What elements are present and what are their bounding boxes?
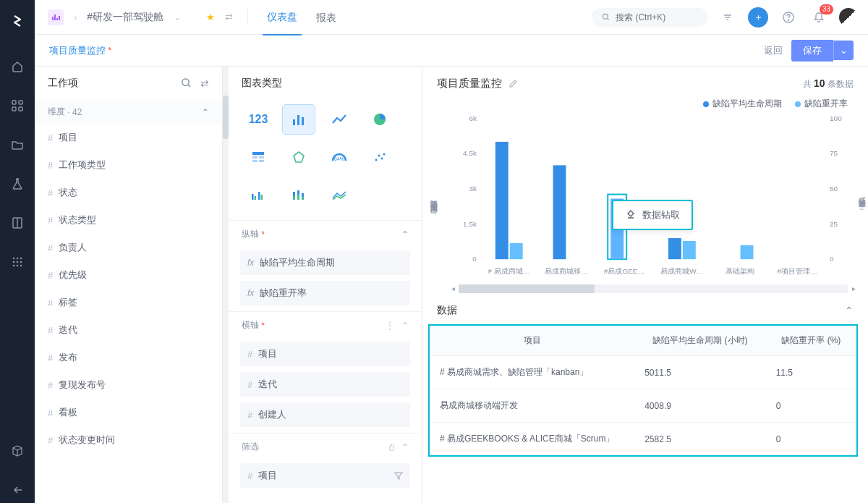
- app-logo[interactable]: [0, 9, 35, 35]
- config-header: 项目质量监控 * 返回 保存⌄: [35, 35, 868, 67]
- svg-text:25: 25: [830, 220, 838, 228]
- chart-type-gauge[interactable]: 64%: [323, 142, 356, 172]
- save-view-icon[interactable]: ⎙: [389, 442, 394, 452]
- breadcrumb-sep: ›: [74, 12, 77, 22]
- hash-icon: #: [247, 410, 252, 420]
- svg-point-11: [20, 261, 22, 263]
- more-icon[interactable]: ⋮: [386, 321, 394, 331]
- breadcrumb-dropdown-icon[interactable]: ⌄: [174, 12, 182, 22]
- star-icon[interactable]: ★: [206, 12, 215, 22]
- search-box[interactable]: [592, 8, 707, 27]
- swap-icon[interactable]: ⇄: [200, 77, 209, 89]
- chart-type-table[interactable]: [242, 142, 275, 172]
- svg-rect-69: [668, 238, 681, 259]
- dimension-item[interactable]: #标签: [35, 289, 222, 316]
- filter-icon[interactable]: [718, 7, 738, 28]
- bar-chart[interactable]: 01.5k3k4.5k6k0255075100# 易成商城…易成商城移…#易成G…: [459, 113, 848, 283]
- swap-icon[interactable]: ⇄: [225, 12, 233, 22]
- nav-cube-icon[interactable]: [0, 438, 35, 464]
- tab-report[interactable]: 报表: [312, 12, 341, 35]
- dot-sep: ·: [65, 107, 72, 117]
- filter-item-1[interactable]: #项目: [240, 463, 410, 488]
- nav-flask-icon[interactable]: [0, 171, 35, 197]
- drill-down-popup[interactable]: 数据钻取: [612, 200, 693, 230]
- search-icon[interactable]: [181, 77, 192, 89]
- dimension-item[interactable]: #优先级: [35, 261, 222, 289]
- dimension-item[interactable]: #状态类型: [35, 206, 222, 234]
- table-row[interactable]: # 易成GEEKBOOKS & ALICE商城「Scrum」2582.50: [430, 423, 856, 456]
- x-axis-item-1[interactable]: #项目: [240, 342, 410, 366]
- chart-type-bar[interactable]: [282, 104, 315, 135]
- svg-rect-1: [19, 101, 22, 104]
- tab-dashboard[interactable]: 仪表盘: [263, 11, 302, 35]
- chart-type-area[interactable]: [323, 179, 356, 210]
- svg-rect-25: [297, 115, 299, 125]
- svg-text:易成商城移…: 易成商城移…: [545, 267, 588, 275]
- dimension-item[interactable]: #看板: [35, 399, 222, 426]
- chart-type-grouped-bar[interactable]: [242, 179, 275, 210]
- add-button[interactable]: ＋: [748, 7, 768, 28]
- help-icon[interactable]: [778, 7, 799, 28]
- project-icon[interactable]: [48, 9, 64, 25]
- x-axis-item-3[interactable]: #创建人: [240, 402, 410, 427]
- legend-item-1[interactable]: 缺陷平均生命周期: [703, 98, 782, 110]
- chart-type-number[interactable]: 123: [242, 104, 275, 135]
- back-button[interactable]: 返回: [755, 40, 791, 62]
- y-axis-item-1[interactable]: fx缺陷平均生命周期: [240, 250, 410, 275]
- scrollbar[interactable]: [223, 67, 229, 503]
- nav-collapse-icon[interactable]: [0, 477, 35, 503]
- dimension-item[interactable]: #状态变更时间: [35, 426, 222, 454]
- nav-folder-icon[interactable]: [0, 132, 35, 158]
- chevron-up-icon[interactable]: ⌃: [845, 305, 854, 316]
- filter-section[interactable]: 筛选⎙⌃: [229, 434, 422, 460]
- dimension-section-header[interactable]: 维度 · 42 ⌃: [35, 100, 222, 124]
- chart-type-pie[interactable]: [363, 104, 396, 135]
- svg-rect-70: [683, 241, 696, 259]
- scroll-left-icon[interactable]: ◂: [448, 284, 457, 293]
- nav-home-icon[interactable]: [0, 54, 35, 80]
- x-axis-section[interactable]: 横轴 *⋮⌃: [229, 312, 422, 339]
- chart-horizontal-scrollbar[interactable]: ◂ ▸: [459, 284, 848, 293]
- chart-type-scatter[interactable]: [363, 142, 396, 172]
- edit-icon[interactable]: [508, 79, 518, 89]
- dimension-item[interactable]: #工作项类型: [35, 151, 222, 179]
- table-row[interactable]: 易成商城移动端开发4008.90: [430, 389, 856, 423]
- scroll-thumb[interactable]: [459, 284, 595, 293]
- x-axis-item-2[interactable]: #迭代: [240, 372, 410, 397]
- svg-point-37: [381, 158, 383, 160]
- nav-apps-icon[interactable]: [0, 93, 35, 119]
- y-axis-right-label: 缺陷重开率（%）: [856, 192, 867, 204]
- scroll-right-icon[interactable]: ▸: [849, 284, 858, 293]
- save-button[interactable]: 保存: [791, 40, 833, 62]
- table-row[interactable]: # 易成商城需求、缺陷管理「kanban」5011.511.5: [430, 356, 856, 389]
- svg-text:75: 75: [830, 149, 838, 157]
- dimension-item[interactable]: #发布: [35, 344, 222, 371]
- hash-icon: #: [48, 215, 53, 226]
- chart-type-polygon[interactable]: [282, 142, 315, 172]
- chart-type-stacked-bar[interactable]: [282, 179, 315, 210]
- svg-rect-24: [293, 119, 295, 125]
- hash-icon: #: [48, 160, 53, 171]
- nav-grid-icon[interactable]: [0, 249, 35, 275]
- dimension-item[interactable]: #状态: [35, 179, 222, 206]
- search-input[interactable]: [616, 12, 697, 22]
- table-header: 项目: [430, 326, 634, 356]
- notification-icon[interactable]: 33: [809, 7, 829, 28]
- breadcrumb-text[interactable]: #研发一部驾驶舱: [87, 11, 163, 24]
- svg-rect-60: [510, 243, 523, 259]
- svg-rect-48: [302, 197, 304, 200]
- chart-type-line[interactable]: [323, 104, 356, 135]
- filter-funnel-icon[interactable]: [394, 471, 403, 480]
- dimension-item[interactable]: #负责人: [35, 234, 222, 261]
- dimension-item[interactable]: #迭代: [35, 316, 222, 344]
- y-axis-section[interactable]: 纵轴 *⌃: [229, 221, 422, 248]
- user-avatar[interactable]: [839, 8, 858, 27]
- legend-item-2[interactable]: 缺陷重开率: [795, 98, 848, 110]
- dimension-item[interactable]: #项目: [35, 124, 222, 151]
- y-axis-item-2[interactable]: fx缺陷重开率: [240, 281, 410, 305]
- nav-doc-icon[interactable]: [0, 210, 35, 236]
- save-dropdown[interactable]: ⌄: [833, 41, 854, 60]
- dimension-item[interactable]: #复现发布号: [35, 371, 222, 399]
- data-section-header[interactable]: 数据 ⌃: [422, 293, 868, 324]
- svg-text:3k: 3k: [469, 185, 477, 193]
